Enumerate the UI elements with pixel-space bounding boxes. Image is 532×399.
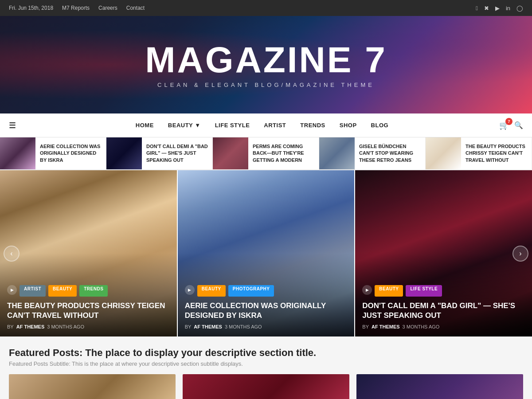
featured-title: Featured Posts: The place to display you… xyxy=(9,347,523,359)
ticker-item-2[interactable]: DON'T CALL DEMI A "BAD GIRL" — SHE'S JUS… xyxy=(106,137,213,169)
slide-content-1: ▶ ARTIST BEAUTY TRENDS THE BEAUTY PRODUC… xyxy=(0,278,177,336)
top-bar: Fri. Jun 15th, 2018 M7 Reports Careers C… xyxy=(0,0,532,16)
slide-tags-2: ▶ BEAUTY PHOTOGRAPHY xyxy=(185,285,348,297)
slide-author-3: AF THEMES xyxy=(372,324,400,329)
slide-icon-1: ▶ xyxy=(7,285,17,295)
slide-icon-3: ▶ xyxy=(362,285,372,295)
featured-card-1[interactable] xyxy=(9,374,176,399)
slide-author-1: AF THEMES xyxy=(16,324,45,329)
nav-trends[interactable]: TRENDS xyxy=(294,118,331,132)
slide-tags-3: ▶ BEAUTY LIFE STYLE xyxy=(362,285,525,297)
nav-lifestyle[interactable]: LIFE STYLE xyxy=(209,118,256,132)
nav-home[interactable]: HOME xyxy=(129,118,160,132)
slide-meta-3: BY AF THEMES 3 MONTHS AGO xyxy=(362,324,525,329)
ticker-image-4 xyxy=(319,137,355,169)
slide-time-2: 3 MONTHS AGO xyxy=(225,324,262,329)
tag-beauty-3: BEAUTY xyxy=(375,285,403,297)
ticker-image-2 xyxy=(106,137,142,169)
featured-section: Featured Posts: The place to display you… xyxy=(0,336,532,399)
date-display: Fri. Jun 15th, 2018 xyxy=(9,5,53,11)
site-title: MAGAZINE 7 xyxy=(145,42,387,78)
nav-items: HOME BEAUTY ▼ LIFE STYLE ARTIST TRENDS S… xyxy=(25,118,499,132)
slide-1[interactable]: ▶ ARTIST BEAUTY TRENDS THE BEAUTY PRODUC… xyxy=(0,170,177,336)
ticker-text-4: GISELE BÜNDCHEN CAN'T STOP WEARING THESE… xyxy=(355,140,425,167)
ticker-image-1 xyxy=(0,137,35,169)
slide-content-3: ▶ BEAUTY LIFE STYLE DON'T CALL DEMI A "B… xyxy=(355,278,532,336)
youtube-icon[interactable]: ▶ xyxy=(495,5,500,12)
nav-link-careers[interactable]: Careers xyxy=(98,5,117,11)
tag-beauty-1: BEAUTY xyxy=(48,285,77,297)
tag-trends-1: TRENDS xyxy=(79,285,108,297)
slide-3[interactable]: ▶ BEAUTY LIFE STYLE DON'T CALL DEMI A "B… xyxy=(354,170,532,336)
slider-prev-button[interactable]: ‹ xyxy=(4,246,20,262)
ticker-item-1[interactable]: AERIE COLLECTION WAS ORIGINALLY DESIGNED… xyxy=(0,137,106,169)
slide-time-3: 3 MONTHS AGO xyxy=(403,324,440,329)
nav-beauty[interactable]: BEAUTY ▼ xyxy=(162,118,207,132)
tag-lifestyle-3: LIFE STYLE xyxy=(406,285,442,297)
ticker-item-5[interactable]: THE BEAUTY PRODUCTS CHRISSY TEIGEN CAN'T… xyxy=(426,137,532,169)
ticker-text-1: AERIE COLLECTION WAS ORIGINALLY DESIGNED… xyxy=(35,140,106,167)
tag-photography-2: PHOTOGRAPHY xyxy=(228,285,274,297)
ticker-text-2: DON'T CALL DEMI A "BAD GIRL" — SHE'S JUS… xyxy=(142,140,212,167)
slider-section: ‹ ▶ ARTIST BEAUTY TRENDS THE BEAUTY PROD… xyxy=(0,170,532,336)
hero-banner: MAGAZINE 7 CLEAN & ELEGANT BLOG/MAGAZINE… xyxy=(0,16,532,113)
ticker-item-3[interactable]: PERMS ARE COMING BACK—BUT THEY'RE GETTIN… xyxy=(213,137,319,169)
top-bar-left: Fri. Jun 15th, 2018 M7 Reports Careers C… xyxy=(9,5,145,11)
slide-meta-2: BY AF THEMES 3 MONTHS AGO xyxy=(185,324,348,329)
nav-right: 🛒 7 🔍 xyxy=(499,121,523,130)
slider-next-button[interactable]: › xyxy=(512,246,528,262)
featured-card-3[interactable] xyxy=(356,374,523,399)
cart-badge: 7 xyxy=(505,118,512,125)
nav-blog[interactable]: BLOG xyxy=(365,118,395,132)
slide-title-1: THE BEAUTY PRODUCTS CHRISSY TEIGEN CAN'T… xyxy=(7,301,170,321)
site-subtitle: CLEAN & ELEGANT BLOG/MAGAZINE THEME xyxy=(157,82,375,88)
twitter-icon[interactable]: ✖ xyxy=(484,5,489,12)
top-bar-social:  ✖ ▶ in ◯ xyxy=(476,5,523,12)
ticker-text-3: PERMS ARE COMING BACK—BUT THEY'RE GETTIN… xyxy=(248,140,319,167)
linkedin-icon[interactable]: in xyxy=(506,5,510,12)
featured-card-image-2 xyxy=(183,374,349,399)
tag-beauty-2: BEAUTY xyxy=(197,285,226,297)
nav-link-reports[interactable]: M7 Reports xyxy=(62,5,90,11)
nav-artist[interactable]: ARTIST xyxy=(258,118,292,132)
featured-card-image-1 xyxy=(9,374,176,399)
beauty-dropdown-icon: ▼ xyxy=(195,122,200,129)
ticker-image-5 xyxy=(426,137,461,169)
slide-by-label-3: BY xyxy=(362,324,369,329)
ticker-text-5: THE BEAUTY PRODUCTS CHRISSY TEIGEN CAN'T… xyxy=(461,140,532,167)
slide-2[interactable]: ▶ BEAUTY PHOTOGRAPHY AERIE COLLECTION WA… xyxy=(177,170,355,336)
tag-artist-1: ARTIST xyxy=(20,285,46,297)
slide-time-1: 3 MONTHS AGO xyxy=(47,324,84,329)
nav-shop[interactable]: SHOP xyxy=(333,118,363,132)
slide-title-3: DON'T CALL DEMI A "BAD GIRL" — SHE'S JUS… xyxy=(362,301,525,321)
featured-card-2[interactable] xyxy=(183,374,349,399)
nav-link-contact[interactable]: Contact xyxy=(126,5,145,11)
featured-card-image-3 xyxy=(356,374,523,399)
featured-grid xyxy=(9,374,523,399)
hamburger-menu-icon[interactable]: ☰ xyxy=(9,121,16,130)
featured-subtitle: Featured Posts Subtitle: This is the pla… xyxy=(9,360,523,367)
slide-by-label-1: BY xyxy=(7,324,14,329)
ticker-strip: AERIE COLLECTION WAS ORIGINALLY DESIGNED… xyxy=(0,137,532,170)
slide-by-label-2: BY xyxy=(185,324,192,329)
main-nav: ☰ HOME BEAUTY ▼ LIFE STYLE ARTIST TRENDS… xyxy=(0,113,532,137)
facebook-icon[interactable]:  xyxy=(476,5,478,12)
slide-author-2: AF THEMES xyxy=(194,324,222,329)
slide-meta-1: BY AF THEMES 3 MONTHS AGO xyxy=(7,324,170,329)
slide-tags-1: ▶ ARTIST BEAUTY TRENDS xyxy=(7,285,170,297)
ticker-image-3 xyxy=(213,137,248,169)
cart-icon[interactable]: 🛒 7 xyxy=(499,121,509,130)
slide-title-2: AERIE COLLECTION WAS ORIGINALLY DESIGNED… xyxy=(185,301,348,321)
search-icon[interactable]: 🔍 xyxy=(514,121,523,129)
ticker-item-4[interactable]: GISELE BÜNDCHEN CAN'T STOP WEARING THESE… xyxy=(319,137,426,169)
instagram-icon[interactable]: ◯ xyxy=(516,5,523,12)
slide-content-2: ▶ BEAUTY PHOTOGRAPHY AERIE COLLECTION WA… xyxy=(178,278,355,336)
slide-icon-2: ▶ xyxy=(185,285,195,295)
